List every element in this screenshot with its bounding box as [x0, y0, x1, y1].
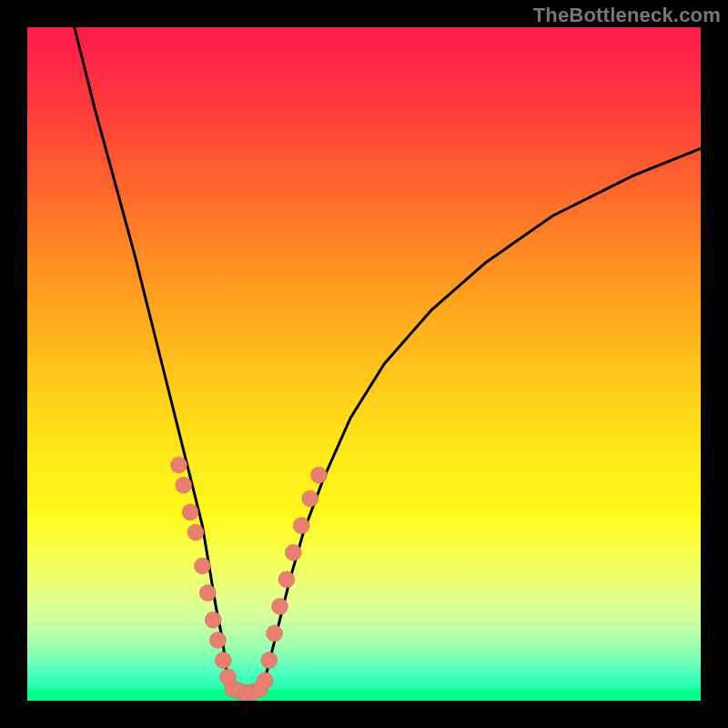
bead-marker	[310, 467, 327, 483]
bead-marker	[257, 672, 273, 689]
bead-marker	[187, 524, 204, 541]
watermark-text: TheBottleneck.com	[533, 4, 721, 27]
bead-marker	[285, 544, 301, 561]
bead-marker	[272, 598, 288, 614]
bead-marker	[215, 652, 231, 669]
bottleneck-curve	[75, 27, 701, 694]
curve-layer	[27, 27, 701, 701]
bead-marker	[209, 632, 226, 648]
bead-marker	[176, 477, 192, 493]
chart-frame: TheBottleneck.com	[0, 0, 728, 728]
bead-marker	[182, 504, 198, 521]
bead-marker	[278, 571, 295, 588]
bead-marker	[261, 652, 278, 669]
bead-marker	[171, 457, 187, 473]
bead-marker	[302, 490, 318, 507]
bead-marker	[267, 625, 283, 642]
plot-area	[27, 27, 701, 701]
bead-marker	[293, 518, 309, 534]
bead-marker	[199, 585, 216, 602]
bead-marker	[194, 558, 210, 574]
bead-marker	[205, 612, 221, 628]
